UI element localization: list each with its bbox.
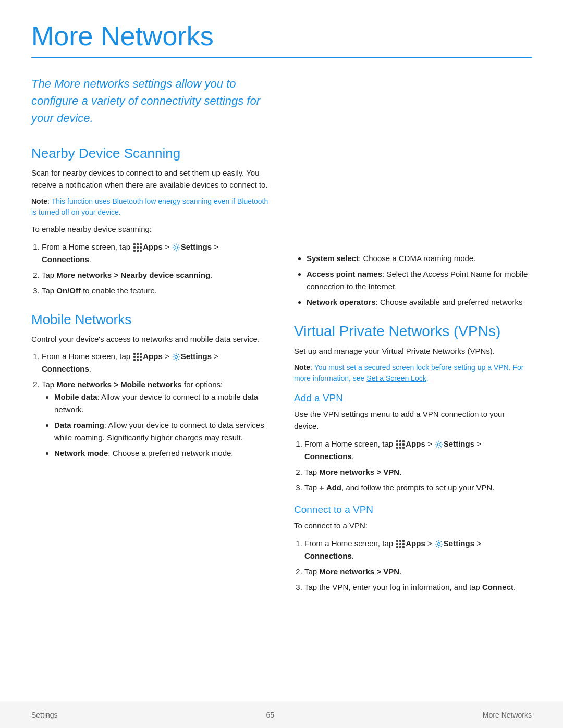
mobile-section-title: Mobile Networks: [31, 312, 269, 328]
nearby-body: Scan for nearby devices to connect to an…: [31, 167, 269, 191]
add-vpn-step-3: Tap + Add, and follow the prompts to set…: [304, 482, 532, 495]
mobile-step-1: From a Home screen, tap Apps > Settings …: [42, 350, 269, 375]
gear-icon-3: [435, 440, 443, 449]
footer-left: Settings: [31, 711, 58, 719]
add-vpn-step1-apps: Apps: [406, 439, 425, 448]
add-vpn-step-2: Tap More networks > VPN.: [304, 466, 532, 478]
connect-vpn-step1-connections: Connections: [304, 551, 352, 560]
gear-icon-1: [172, 243, 180, 252]
vpn-body: Set up and manage your Virtual Private N…: [294, 345, 532, 357]
nearby-step3-bold: On/Off: [56, 286, 81, 295]
connect-vpn-step3-bold: Connect: [482, 583, 513, 591]
page-footer: Settings 65 More Networks: [0, 701, 563, 728]
vpn-note-period: .: [426, 374, 429, 382]
vpn-note-link[interactable]: Set a Screen Lock: [366, 374, 426, 382]
connect-vpn-step-1: From a Home screen, tap Apps > Settings …: [304, 537, 532, 562]
mobile-bullet-3: Network mode: Choose a preferred network…: [54, 447, 269, 460]
svg-point-0: [175, 246, 177, 249]
add-vpn-steps: From a Home screen, tap Apps > Settings …: [304, 438, 532, 495]
add-vpn-step3-bold: Add: [326, 483, 341, 492]
add-vpn-step2-bold: More networks > VPN: [319, 467, 399, 476]
mobile-bullets-continuation: System select: Choose a CDMA roaming mod…: [294, 252, 532, 309]
right-column: System select: Choose a CDMA roaming mod…: [294, 75, 532, 599]
two-column-layout: The More networks settings allow you to …: [31, 75, 532, 599]
nearby-step-2: Tap More networks > Nearby device scanni…: [42, 269, 269, 281]
nearby-note-text: : This function uses Bluetooth low energ…: [31, 197, 268, 216]
svg-point-3: [437, 542, 440, 545]
apps-icon-4: [396, 540, 405, 548]
apps-icon-3: [396, 440, 405, 449]
mobile-bullet-system: System select: Choose a CDMA roaming mod…: [307, 252, 532, 265]
connect-vpn-intro: To connect to a VPN:: [294, 520, 532, 532]
page-title: More Networks: [31, 21, 532, 52]
svg-point-1: [175, 355, 177, 358]
mobile-step1-settings: Settings: [181, 352, 212, 361]
nearby-note: Note: This function uses Bluetooth low e…: [31, 196, 269, 218]
gear-icon-2: [172, 353, 180, 361]
mobile-step1-apps: Apps: [143, 352, 163, 361]
title-divider: [31, 57, 532, 58]
nearby-enable-label: To enable nearby device scanning:: [31, 223, 269, 235]
svg-point-2: [437, 443, 440, 446]
vpn-note: Note: You must set a secured screen lock…: [294, 362, 532, 384]
apps-icon-2: [133, 353, 142, 361]
intro-text: The More networks settings allow you to …: [31, 75, 269, 127]
mobile-steps-list: From a Home screen, tap Apps > Settings …: [42, 350, 269, 460]
nearby-note-bold: Note: [31, 197, 47, 205]
connect-vpn-step1-apps: Apps: [406, 539, 425, 548]
nearby-step1-connections: Connections: [42, 255, 89, 264]
left-column: The More networks settings allow you to …: [31, 75, 269, 599]
nearby-section-title: Nearby Device Scanning: [31, 145, 269, 162]
mobile-body: Control your device's access to networks…: [31, 333, 269, 345]
nearby-step1-settings: Settings: [181, 242, 212, 251]
add-vpn-title: Add a VPN: [294, 392, 532, 404]
plus-icon: +: [319, 482, 324, 495]
mobile-bullet-2: Data roaming: Allow your device to conne…: [54, 419, 269, 444]
vpn-section-title: Virtual Private Networks (VPNs): [294, 323, 532, 340]
mobile-step2-bold: More networks > Mobile networks: [56, 380, 181, 389]
footer-center: 65: [266, 711, 274, 719]
connect-vpn-title: Connect to a VPN: [294, 504, 532, 515]
connect-vpn-steps: From a Home screen, tap Apps > Settings …: [304, 537, 532, 594]
mobile-bullet-apn: Access point names: Select the Access Po…: [307, 268, 532, 293]
nearby-step2-bold: More networks > Nearby device scanning: [56, 270, 210, 279]
mobile-bullet-list: Mobile data: Allow your device to connec…: [54, 391, 269, 460]
connect-vpn-step1-settings: Settings: [444, 539, 474, 548]
nearby-steps-list: From a Home screen, tap Apps > Settings …: [42, 241, 269, 297]
footer-right: More Networks: [483, 711, 532, 719]
connect-vpn-step2-bold: More networks > VPN: [319, 567, 399, 576]
apps-icon-1: [133, 243, 142, 252]
mobile-step-2: Tap More networks > Mobile networks for …: [42, 378, 269, 460]
add-vpn-step1-settings: Settings: [444, 439, 474, 448]
gear-icon-4: [435, 540, 443, 548]
page-content: More Networks The More networks settings…: [0, 0, 563, 640]
connect-vpn-step-3: Tap the VPN, enter your log in informati…: [304, 581, 532, 594]
add-vpn-step-1: From a Home screen, tap Apps > Settings …: [304, 438, 532, 463]
add-vpn-body: Use the VPN settings menu to add a VPN c…: [294, 408, 532, 433]
nearby-step1-apps: Apps: [143, 242, 163, 251]
vpn-note-bold: Note: [294, 363, 310, 372]
mobile-bullet-1: Mobile data: Allow your device to connec…: [54, 391, 269, 416]
connect-vpn-step-2: Tap More networks > VPN.: [304, 565, 532, 578]
mobile-bullet-operators: Network operators: Choose available and …: [307, 296, 532, 309]
nearby-step-3: Tap On/Off to enable the feature.: [42, 285, 269, 297]
add-vpn-step1-connections: Connections: [304, 452, 352, 461]
mobile-bullet-list-right: System select: Choose a CDMA roaming mod…: [307, 252, 532, 309]
mobile-step1-connections: Connections: [42, 364, 89, 373]
nearby-step-1: From a Home screen, tap Apps > Settings …: [42, 241, 269, 266]
